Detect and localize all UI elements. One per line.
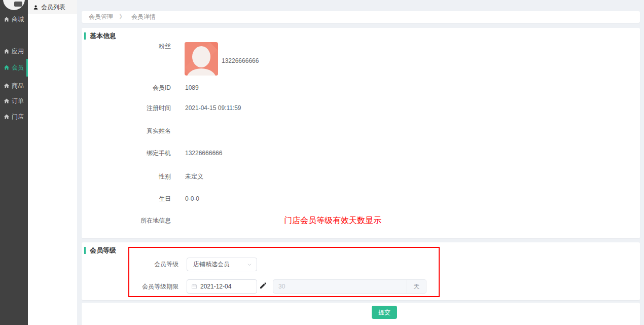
gender-value: 未定义 bbox=[185, 171, 203, 182]
real-name-label: 真实姓名 bbox=[82, 126, 171, 136]
member-avatar bbox=[185, 42, 218, 76]
main-content: 会员管理 》 会员详情 基本信息 粉丝 13226666666 会员ID 108… bbox=[77, 0, 644, 325]
member-id-value: 1089 bbox=[185, 83, 199, 93]
active-nav-indicator bbox=[26, 59, 28, 77]
member-level-label: 会员等级 bbox=[82, 259, 178, 269]
fan-label: 粉丝 bbox=[82, 41, 171, 51]
sidebar-item-label: 订单 bbox=[12, 97, 24, 105]
home-icon bbox=[4, 98, 10, 104]
birthday-value: 0-0-0 bbox=[185, 194, 199, 204]
sidebar-item-label: 商品 bbox=[12, 82, 24, 90]
level-expiry-date-input[interactable]: 2021-12-04 bbox=[187, 279, 257, 294]
chevron-down-icon bbox=[246, 262, 253, 268]
submenu-item-member-list[interactable]: 会员列表 bbox=[28, 0, 77, 14]
member-level-select[interactable]: 店铺精选会员 bbox=[187, 258, 257, 271]
section-title: 基本信息 bbox=[90, 31, 116, 41]
sidebar-item-orders[interactable]: 订单 bbox=[0, 96, 28, 106]
section-accent-bar bbox=[84, 32, 86, 40]
sidebar-item-apps[interactable]: 应用 bbox=[0, 46, 28, 56]
valid-days-input-group: 天 bbox=[273, 279, 426, 294]
edit-pencil-icon[interactable] bbox=[259, 281, 267, 290]
valid-days-input[interactable] bbox=[273, 280, 407, 293]
user-icon bbox=[33, 5, 39, 10]
calendar-icon bbox=[191, 283, 197, 290]
sidebar-item-members[interactable]: 会员 bbox=[0, 62, 28, 73]
home-icon bbox=[4, 16, 10, 22]
home-icon bbox=[4, 83, 10, 89]
page: 商城 应用 会员 商品 订单 bbox=[0, 0, 644, 325]
level-expiry-date-value: 2021-12-04 bbox=[200, 283, 231, 290]
submit-button[interactable]: 提交 bbox=[372, 306, 397, 319]
submenu-item-label: 会员列表 bbox=[41, 3, 65, 12]
app-logo[interactable] bbox=[3, 0, 25, 10]
sidebar-item-label: 商城 bbox=[12, 15, 24, 24]
breadcrumb: 会员管理 》 会员详情 bbox=[82, 11, 640, 23]
breadcrumb-separator: 》 bbox=[119, 13, 125, 21]
member-level-term-label: 会员等级期限 bbox=[82, 281, 178, 292]
sidebar-item-label: 应用 bbox=[12, 47, 24, 56]
sidebar-item-products[interactable]: 商品 bbox=[0, 81, 28, 91]
location-label: 所在地信息 bbox=[82, 215, 171, 226]
sidebar-item-stores[interactable]: 门店 bbox=[0, 112, 28, 122]
footer-bar: 提交 bbox=[82, 303, 640, 325]
breadcrumb-item-member-detail: 会员详情 bbox=[131, 13, 156, 21]
birthday-label: 生日 bbox=[82, 194, 171, 204]
member-level-selected-value: 店铺精选会员 bbox=[193, 260, 246, 269]
fan-phone-value: 13226666666 bbox=[222, 56, 259, 66]
secondary-sidebar: 会员列表 bbox=[28, 0, 77, 325]
sidebar-item-mall[interactable]: 商城 bbox=[0, 14, 28, 24]
sidebar-item-label: 会员 bbox=[12, 63, 24, 72]
member-id-label: 会员ID bbox=[82, 83, 171, 93]
register-time-label: 注册时间 bbox=[82, 103, 171, 113]
register-time-value: 2021-04-15 09:11:59 bbox=[185, 103, 241, 113]
bound-phone-label: 绑定手机 bbox=[82, 148, 171, 158]
days-unit-label: 天 bbox=[407, 280, 426, 293]
bound-phone-value: 13226666666 bbox=[185, 148, 222, 158]
basic-info-section: 基本信息 粉丝 13226666666 会员ID 1089 注册时间 2021-… bbox=[82, 28, 640, 238]
sidebar-item-label: 门店 bbox=[12, 113, 24, 121]
red-annotation-text: 门店会员等级有效天数显示 bbox=[284, 215, 381, 226]
breadcrumb-item-member-management[interactable]: 会员管理 bbox=[89, 13, 113, 21]
gender-label: 性别 bbox=[82, 171, 171, 182]
basic-info-header: 基本信息 bbox=[84, 31, 116, 41]
primary-sidebar: 商城 应用 会员 商品 订单 bbox=[0, 0, 28, 325]
section-title: 会员等级 bbox=[90, 246, 116, 255]
member-level-header: 会员等级 bbox=[84, 246, 116, 255]
home-icon bbox=[4, 48, 10, 54]
home-icon bbox=[4, 114, 10, 120]
home-icon bbox=[4, 64, 10, 70]
app-logo-image bbox=[14, 2, 22, 7]
section-accent-bar bbox=[84, 247, 86, 254]
member-level-section: 会员等级 会员等级 店铺精选会员 会员等级期限 2021-12-04 天 bbox=[82, 242, 640, 300]
